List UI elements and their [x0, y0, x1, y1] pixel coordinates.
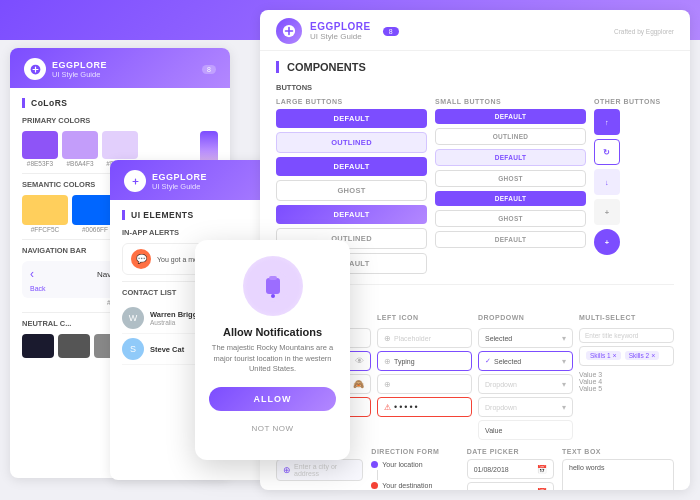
dropdown-selected-2: Selected	[494, 358, 521, 365]
small-btn-default-3[interactable]: DEFAULT	[435, 191, 586, 206]
main-app-name: EGGPLORE	[310, 21, 371, 32]
left-icon-field-2[interactable]: ⊕ Typing	[377, 351, 472, 371]
dropdown-field-1[interactable]: Selected ▾	[478, 328, 573, 348]
direction-start-text: Your location	[382, 461, 422, 468]
small-btn-row: DEFAULT OUTLINED DEFAULT GHOST DEFAULT G…	[435, 109, 586, 248]
multi-value-labels: Value 3 Value 4 Value 5	[579, 371, 674, 392]
fab-btn[interactable]: +	[594, 229, 620, 255]
search-field[interactable]: ⊕ Enter a city or address	[276, 459, 363, 481]
text-box-col: TEXT BOX	[562, 448, 674, 490]
logo-icon	[24, 58, 46, 80]
direction-connector	[374, 470, 459, 480]
icon-btn-refresh[interactable]: ↻	[594, 139, 620, 165]
small-buttons-col: SMALL BUTTONS DEFAULT OUTLINED DEFAULT G…	[435, 98, 586, 274]
other-buttons-title: OTHER BUTTONS	[594, 98, 674, 105]
svg-rect-3	[266, 278, 280, 294]
large-btn-default-3[interactable]: DEFAULT	[276, 205, 427, 224]
main-header: EGGPLORE UI Style Guide 8 Crafted by Egg…	[260, 10, 690, 51]
primary-colors-title: PRIMARY COLORS	[22, 116, 218, 125]
dropdown-arrow-4: ▾	[562, 403, 566, 412]
small-btn-outlined-1[interactable]: OUTLINED	[435, 128, 586, 145]
icon-btn-arrow-up[interactable]: ↑	[594, 109, 620, 135]
date-value-2: 01/08/2018	[474, 489, 509, 491]
colors-panel-header: EGGPLORE UI Style Guide 8	[10, 48, 230, 88]
small-btn-default-2[interactable]: DEFAULT	[435, 149, 586, 166]
search-icon: ⊕	[283, 465, 291, 475]
left-icon-col: LEFT ICON ⊕ Placeholder ⊕ Typing ⊕ ⚠	[377, 314, 472, 440]
start-dot	[371, 461, 378, 468]
large-btn-default-1[interactable]: DEFAULT	[276, 109, 427, 128]
large-btn-outlined-1[interactable]: OUTLINED	[276, 132, 427, 153]
buttons-title: BUTTONS	[276, 83, 674, 92]
left-icon-title: LEFT ICON	[377, 314, 472, 321]
color-swatch-2	[62, 131, 98, 159]
dropdown-field-3[interactable]: Dropdown ▾	[478, 374, 573, 394]
avatar-2: S	[122, 338, 144, 360]
field-icon-1: ⊕	[384, 334, 391, 343]
direction-end-text: Your destination	[382, 482, 432, 489]
dropdown-value-field[interactable]: Value	[478, 420, 573, 440]
multi-select-col: MULTI-SELECT Enter title keyword Skills …	[579, 314, 674, 440]
swatch-item-2: #B6A4F3	[62, 131, 98, 167]
panel-badge: 8	[202, 65, 216, 74]
icon-btn-plus[interactable]: +	[594, 199, 620, 225]
multi-select-input[interactable]: Enter title keyword	[579, 328, 674, 343]
sem-swatch-yellow: #FFCF5C	[22, 195, 68, 233]
dropdown-field-4[interactable]: Dropdown ▾	[478, 397, 573, 417]
icon-btn-arrow-down[interactable]: ↓	[594, 169, 620, 195]
date-field-2[interactable]: 01/08/2018 📅	[467, 482, 554, 490]
eye-closed-icon: 🙈	[353, 379, 364, 389]
date-field-1[interactable]: 01/08/2018 📅	[467, 459, 554, 479]
text-box-input[interactable]	[562, 459, 674, 490]
small-btn-ghost-2[interactable]: GHOST	[435, 170, 586, 187]
direction-end: Your destination	[371, 480, 458, 490]
small-btn-default-1[interactable]: DEFAULT	[435, 109, 586, 124]
dropdown-field-2[interactable]: ✓ Selected ▾	[478, 351, 573, 371]
large-btn-ghost-1[interactable]: GHOST	[276, 180, 427, 201]
color-label-2: #B6A4F3	[62, 160, 98, 167]
tag-1-remove[interactable]: ×	[613, 352, 617, 359]
left-icon-field-1[interactable]: ⊕ Placeholder	[377, 328, 472, 348]
multi-select-tags[interactable]: Skills 1 × Skills 2 ×	[579, 346, 674, 366]
tag-1-label: Skills 1	[590, 352, 611, 359]
small-btn-default-4[interactable]: DEFAULT	[435, 231, 586, 248]
small-btn-ghost-3[interactable]: GHOST	[435, 210, 586, 227]
icon-btn-col: ↑ ↻ ↓ + +	[594, 109, 674, 255]
calendar-icon-1: 📅	[537, 465, 547, 474]
left-icon-value: Typing	[394, 358, 415, 365]
avatar-1: W	[122, 307, 144, 329]
contact-name-1: Warren Briggs	[150, 310, 201, 319]
colors-section-title: CoLoRS	[22, 98, 218, 108]
value-label-4: Value 4	[579, 378, 674, 385]
ui-logo-icon	[124, 170, 146, 192]
main-logo-icon	[276, 18, 302, 44]
dropdown-selected-1: Selected	[485, 335, 512, 342]
not-now-button[interactable]: NOT NOW	[251, 424, 293, 433]
svg-point-5	[271, 294, 275, 298]
direction-form-title: DIRECTION FORM	[371, 448, 458, 455]
tag-1: Skills 1 ×	[586, 351, 621, 360]
multi-select-title: MULTI-SELECT	[579, 314, 674, 321]
swatch-item-1: #8E53F3	[22, 131, 58, 167]
dropdown-val-text: Value	[485, 427, 502, 434]
tag-2-label: Skills 2	[629, 352, 650, 359]
date-picker-col: DATE PICKER 01/08/2018 📅 01/08/2018 📅	[467, 448, 554, 490]
contact-sub-1: Australia	[150, 319, 201, 326]
dropdown-col: DROPDOWN Selected ▾ ✓ Selected ▾ Dropdow…	[478, 314, 573, 440]
large-btn-default-2[interactable]: DEFAULT	[276, 157, 427, 176]
popup-title: Allow Notifications	[209, 326, 336, 338]
dropdown-placeholder: Dropdown	[485, 381, 517, 388]
calendar-icon-2: 📅	[537, 488, 547, 491]
end-dot	[371, 482, 378, 489]
notification-popup: Allow Notifications The majestic Rocky M…	[195, 240, 350, 460]
left-icon-field-3[interactable]: ⊕	[377, 374, 472, 394]
tag-2-remove[interactable]: ×	[651, 352, 655, 359]
dropdown-title: DROPDOWN	[478, 314, 573, 321]
direction-form-col: DIRECTION FORM Your location Your destin…	[371, 448, 458, 490]
small-buttons-title: SMALL BUTTONS	[435, 98, 586, 105]
nav-arrow-left: ‹	[30, 267, 34, 281]
dropdown-arrow-1: ▾	[562, 334, 566, 343]
allow-button[interactable]: ALLOW	[209, 387, 336, 411]
dropdown-value: Dropdown	[485, 404, 517, 411]
left-icon-field-error[interactable]: ⚠ •••••	[377, 397, 472, 417]
